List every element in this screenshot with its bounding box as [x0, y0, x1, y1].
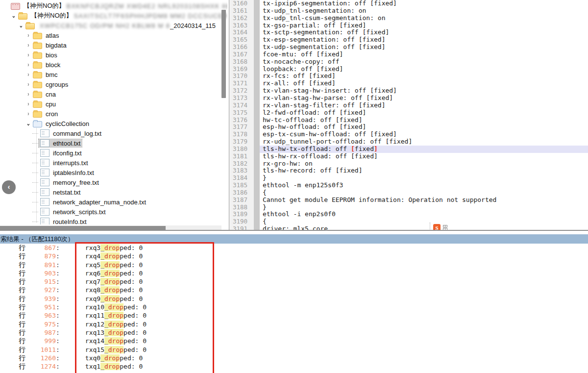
panel-collapse-button[interactable]: ‹ — [2, 180, 16, 194]
tree-file-memory_free.txt[interactable]: memory_free.txt — [0, 177, 227, 187]
result-text: rxq13_dropped: 0 — [85, 328, 147, 337]
editor-line-3164[interactable]: 3164tx-sctp-segmentation: off [fixed] — [229, 29, 588, 36]
tree-file-network_adapter_numa_node.txt[interactable]: network_adapter_numa_node.txt — [0, 197, 227, 207]
chevron-down-icon[interactable]: ⌄ — [25, 120, 32, 127]
chevron-down-icon[interactable]: ⌄ — [18, 22, 24, 29]
editor-line-3175[interactable]: 3175l2-fwd-offload: off [fixed] — [229, 109, 588, 117]
chevron-down-icon[interactable]: ⌄ — [11, 12, 17, 19]
editor-line-3165[interactable]: 3165tx-esp-segmentation: off [fixed] — [229, 36, 588, 44]
result-row-line-975[interactable]: 行975:rxq12_dropped: 0 — [0, 320, 588, 328]
result-row-line-927[interactable]: 行927:rxq8_dropped: 0 — [0, 286, 588, 294]
tree-connector — [32, 173, 38, 173]
editor-line-3183[interactable]: 3183tls-hw-record: off [fixed] — [229, 167, 588, 174]
tree-file-routeInfo.txt[interactable]: routeInfo.txt — [0, 217, 227, 224]
tree-file-ethtool.txt[interactable]: ethtool.txt — [0, 138, 227, 148]
editor-line-3185[interactable]: 3185ethtool -m enp125s0f3 — [229, 182, 588, 189]
tree-file-netstat.txt[interactable]: netstat.txt — [0, 187, 227, 197]
chevron-right-icon[interactable]: › — [25, 90, 32, 98]
tree-node-redacted[interactable]: ⌄XWPCCB175C OD/PM NH2 KBLW8 M 8_20240314… — [0, 21, 227, 30]
result-row-line-915[interactable]: 行915:rxq7_dropped: 0 — [0, 277, 588, 286]
result-row-line-1274[interactable]: 行1274:txq1_dropped: 0 — [0, 362, 588, 371]
folder-icon — [33, 72, 42, 78]
result-line-number: 1274 — [25, 362, 56, 371]
tree-node-cpu[interactable]: ›cpu — [0, 99, 227, 109]
editor-line-3180[interactable]: 3180tls-hw-tx-offload: off [fixed] — [229, 146, 588, 153]
editor-line-3173[interactable]: 3173rx-vlan-stag-hw-parse: off [fixed] — [229, 95, 588, 102]
editor-line-3178[interactable]: 3178esp-tx-csum-hw-offload: off [fixed] — [229, 131, 588, 138]
tree-horizontal-scrollbar-thumb[interactable] — [0, 226, 166, 230]
editor-line-3176[interactable]: 3176hw-tc-offload: off [fixed] — [229, 117, 588, 124]
tree-node-【神州NO的】[interactable]: 【神州NO的】BXKNFCBJQRZM XWD4E2 NRL9203108SHX… — [0, 1, 227, 11]
editor-line-3169[interactable]: 3169loopback: off [fixed] — [229, 66, 588, 73]
tree-node-bmc[interactable]: ›bmc — [0, 70, 227, 79]
result-row-line-1260[interactable]: 行1260:txq0_dropped: 0 — [0, 354, 588, 362]
editor-line-3177[interactable]: 3177esp-hw-offload: off [fixed] — [229, 124, 588, 131]
tree-node-bios[interactable]: ›bios — [0, 50, 227, 60]
editor-line-3174[interactable]: 3174rx-vlan-stag-filter: off [fixed] — [229, 102, 588, 109]
tree-label: netstat.txt — [51, 189, 82, 196]
text-editor[interactable]: 3160tx-ipxip6-segmentation: off [fixed]3… — [229, 0, 588, 230]
chevron-right-icon[interactable]: › — [25, 100, 32, 107]
result-row-line-987[interactable]: 行987:rxq13_dropped: 0 — [0, 328, 588, 337]
tree-file-ifconfig.txt[interactable]: ifconfig.txt — [0, 148, 227, 158]
editor-line-3168[interactable]: 3168tx-nocache-copy: off — [229, 58, 588, 66]
editor-line-3188[interactable]: 3188} — [229, 204, 588, 211]
colon: : — [56, 269, 60, 277]
gutter-band — [254, 36, 260, 44]
gutter-band — [254, 204, 260, 211]
chevron-right-icon[interactable]: › — [25, 31, 32, 39]
result-row-line-951[interactable]: 行951:rxq10_dropped: 0 — [0, 303, 588, 311]
editor-line-3181[interactable]: 3181tls-hw-rx-offload: off [fixed] — [229, 153, 588, 160]
result-row-line-867[interactable]: 行867:rxq3_dropped: 0 — [0, 244, 588, 252]
editor-line-3189[interactable]: 3189ethtool -i enp2s0f0 — [229, 211, 588, 218]
search-results-list[interactable]: 行867:rxq3_dropped: 0行879:rxq4_dropped: 0… — [0, 244, 588, 373]
editor-line-3172[interactable]: 3172tx-vlan-stag-hw-insert: off [fixed] — [229, 87, 588, 95]
tree-file-command_log.txt[interactable]: command_log.txt — [0, 128, 227, 138]
editor-line-3171[interactable]: 3171rx-all: off [fixed] — [229, 80, 588, 87]
chevron-right-icon[interactable]: › — [25, 41, 32, 49]
chevron-right-icon[interactable]: › — [25, 110, 32, 117]
tree-file-iptablesInfo.txt[interactable]: iptablesInfo.txt — [0, 168, 227, 177]
tree-node-cron[interactable]: ›cron — [0, 109, 227, 119]
result-row-line-903[interactable]: 行903:rxq6_dropped: 0 — [0, 269, 588, 277]
gutter-band — [254, 44, 260, 51]
editor-line-3187[interactable]: 3187Cannot get module EEPROM information… — [229, 197, 588, 204]
tree-file-network_scripts.txt[interactable]: network_scripts.txt — [0, 207, 227, 217]
tree-file-interrupts.txt[interactable]: interrupts.txt — [0, 158, 227, 168]
result-row-line-1011[interactable]: 行1011:rxq15_dropped: 0 — [0, 346, 588, 354]
tree-vertical-scrollbar[interactable] — [221, 10, 226, 98]
tree-node-block[interactable]: ›block — [0, 60, 227, 70]
result-row-line-939[interactable]: 行939:rxq9_dropped: 0 — [0, 295, 588, 303]
editor-line-3167[interactable]: 3167fcoe-mtu: off [fixed] — [229, 51, 588, 58]
editor-line-3162[interactable]: 3162tx-udp_tnl-csum-segmentation: on — [229, 15, 588, 22]
editor-line-3160[interactable]: 3160tx-ipxip6-segmentation: off [fixed] — [229, 0, 588, 7]
line-number: 3182 — [229, 160, 254, 168]
tree-node-【神州NO的】[interactable]: ⌄【神州NO的】SAXITSCLT7F6SPHHJPDM8 MM2 DCCSUC… — [0, 11, 227, 21]
gutter-band — [254, 0, 260, 7]
tree-node-cgroups[interactable]: ›cgroups — [0, 79, 227, 89]
result-row-line-891[interactable]: 行891:rxq5_dropped: 0 — [0, 261, 588, 269]
chevron-right-icon[interactable]: › — [25, 51, 32, 58]
tree-node-cyclicCollection[interactable]: ⌄cyclicCollection — [0, 119, 227, 128]
result-row-line-999[interactable]: 行999:rxq14_dropped: 0 — [0, 337, 588, 345]
chevron-right-icon[interactable]: › — [25, 80, 32, 88]
tree-node-cna[interactable]: ›cna — [0, 89, 227, 99]
editor-line-3179[interactable]: 3179rx-udp_tunnel-port-offload: off [fix… — [229, 138, 588, 146]
editor-line-3182[interactable]: 3182rx-gro-hw: on — [229, 160, 588, 168]
tree-node-bigdata[interactable]: ›bigdata — [0, 40, 227, 50]
editor-line-3161[interactable]: 3161tx-udp_tnl-segmentation: on — [229, 7, 588, 15]
chevron-right-icon[interactable]: › — [25, 71, 32, 78]
text-file-icon — [40, 218, 49, 224]
chevron-right-icon[interactable]: › — [25, 61, 32, 68]
editor-line-3186[interactable]: 3186{ — [229, 189, 588, 197]
editor-line-3190[interactable]: 3190{ — [229, 218, 588, 225]
tree-node-atlas[interactable]: ›atlas — [0, 30, 227, 40]
gutter-band — [254, 167, 260, 174]
redacted-text: SAXITSCLT7F6SPHHJPDM8 MM2 DCCSUCER133 02 — [74, 12, 228, 20]
result-row-line-879[interactable]: 行879:rxq4_dropped: 0 — [0, 252, 588, 260]
editor-line-3166[interactable]: 3166tx-udp-segmentation: off [fixed] — [229, 44, 588, 51]
result-row-line-963[interactable]: 行963:rxq11_dropped: 0 — [0, 311, 588, 320]
editor-line-3163[interactable]: 3163tx-gso-partial: off [fixed] — [229, 22, 588, 29]
editor-line-3184[interactable]: 3184} — [229, 174, 588, 182]
editor-line-3170[interactable]: 3170rx-fcs: off [fixed] — [229, 73, 588, 80]
